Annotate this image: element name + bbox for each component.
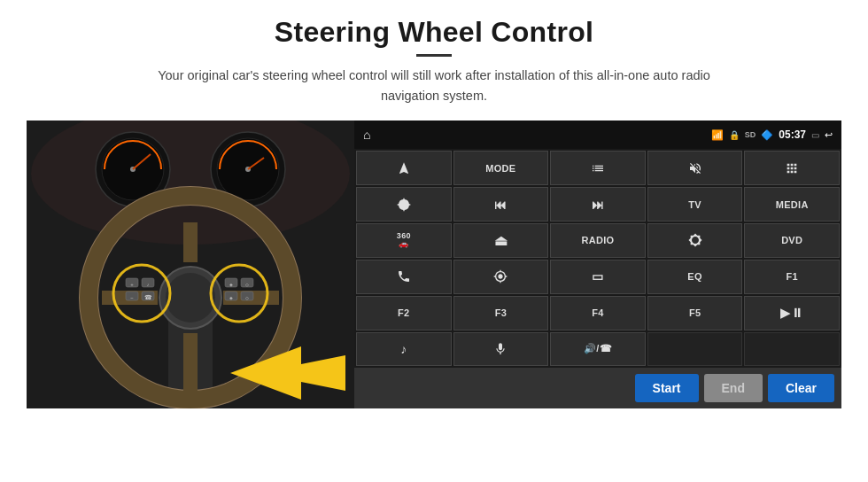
end-button[interactable]: End bbox=[704, 374, 763, 402]
mute-icon bbox=[688, 161, 702, 175]
mode-button[interactable]: MODE bbox=[453, 151, 549, 185]
sd-icon: SD bbox=[745, 130, 756, 139]
settings-button[interactable] bbox=[356, 187, 452, 222]
start-button[interactable]: Start bbox=[635, 374, 699, 402]
action-bar: Start End Clear bbox=[354, 368, 841, 408]
tv-button[interactable]: TV bbox=[647, 187, 743, 222]
gps-icon bbox=[493, 269, 508, 284]
mute-button[interactable] bbox=[647, 151, 743, 185]
list-icon bbox=[591, 161, 605, 175]
bluetooth-icon: 🔷 bbox=[761, 129, 773, 141]
screen-mirror-icon: ▭ bbox=[592, 269, 603, 284]
svg-text:◈: ◈ bbox=[229, 282, 233, 287]
phone-icon bbox=[397, 269, 411, 284]
settings-icon bbox=[397, 198, 411, 212]
mic-button[interactable] bbox=[453, 332, 549, 367]
svg-text:◇: ◇ bbox=[245, 295, 249, 300]
eject-icon: ⏏ bbox=[494, 232, 508, 249]
eject-button[interactable]: ⏏ bbox=[453, 223, 549, 258]
eq-button[interactable]: EQ bbox=[647, 260, 743, 294]
phone-button[interactable] bbox=[356, 260, 452, 294]
radio-button[interactable]: RADIO bbox=[550, 223, 646, 258]
page-wrapper: Steering Wheel Control Your original car… bbox=[0, 0, 868, 482]
f1-button[interactable]: F1 bbox=[744, 260, 840, 294]
title-divider bbox=[416, 54, 452, 57]
next-icon: ⏭ bbox=[592, 198, 604, 212]
svg-text:−: − bbox=[130, 295, 134, 300]
360cam-icon: 360🚗 bbox=[397, 232, 411, 248]
vol-call-button[interactable]: 🔊/☎ bbox=[550, 332, 646, 367]
svg-point-18 bbox=[166, 273, 215, 323]
gps-button[interactable] bbox=[453, 260, 549, 294]
vol-call-icon: 🔊/☎ bbox=[584, 343, 612, 354]
control-panel: ⌂ 📶 🔒 SD 🔷 05:37 ▭ ↩ bbox=[354, 120, 841, 408]
svg-text:◈: ◈ bbox=[229, 295, 233, 300]
nav-button[interactable] bbox=[356, 151, 452, 185]
empty-btn-1 bbox=[647, 332, 743, 367]
wifi-icon: 📶 bbox=[711, 129, 724, 141]
f2-button[interactable]: F2 bbox=[356, 296, 452, 330]
clear-button[interactable]: Clear bbox=[768, 374, 834, 402]
status-bar-left: ⌂ bbox=[363, 128, 370, 142]
brightness-button[interactable] bbox=[647, 223, 743, 258]
lock-icon: 🔒 bbox=[729, 130, 740, 140]
empty-btn-2 bbox=[744, 332, 840, 367]
playpause-icon: ▶⏸ bbox=[780, 306, 803, 320]
360cam-button[interactable]: 360🚗 bbox=[356, 223, 452, 258]
svg-text:☎: ☎ bbox=[144, 294, 152, 300]
mic-icon bbox=[493, 342, 508, 356]
apps-button[interactable] bbox=[744, 151, 840, 185]
back-icon[interactable]: ↩ bbox=[825, 129, 833, 141]
music-button[interactable]: ♪ bbox=[356, 332, 452, 367]
f4-button[interactable]: F4 bbox=[550, 296, 646, 330]
svg-text:+: + bbox=[130, 282, 134, 287]
status-bar-right: 📶 🔒 SD 🔷 05:37 ▭ ↩ bbox=[711, 128, 833, 141]
subtitle-text: Your original car's steering wheel contr… bbox=[133, 66, 735, 106]
prev-button[interactable]: ⏮ bbox=[453, 187, 549, 222]
button-grid: MODE ⏮ ⏭ bbox=[354, 149, 841, 368]
list-button[interactable] bbox=[550, 151, 646, 185]
media-button[interactable]: MEDIA bbox=[744, 187, 840, 222]
prev-icon: ⏮ bbox=[494, 198, 507, 212]
page-title: Steering Wheel Control bbox=[275, 16, 593, 49]
svg-text:◇: ◇ bbox=[245, 282, 249, 287]
home-icon[interactable]: ⌂ bbox=[363, 128, 370, 142]
f3-button[interactable]: F3 bbox=[453, 296, 549, 330]
next-button[interactable]: ⏭ bbox=[550, 187, 646, 222]
playpause-button[interactable]: ▶⏸ bbox=[744, 296, 840, 330]
nav-icon bbox=[397, 161, 411, 175]
status-bar: ⌂ 📶 🔒 SD 🔷 05:37 ▭ ↩ bbox=[354, 120, 841, 149]
time-display: 05:37 bbox=[779, 128, 806, 141]
dvd-button[interactable]: DVD bbox=[744, 223, 840, 258]
brightness-icon bbox=[688, 233, 702, 247]
apps-icon bbox=[785, 161, 799, 175]
f5-button[interactable]: F5 bbox=[647, 296, 743, 330]
content-row: + ♪ − ☎ ◈ ◇ ◈ ◇ bbox=[27, 120, 841, 408]
screen-icon: ▭ bbox=[811, 130, 819, 140]
steering-wheel-image: + ♪ − ☎ ◈ ◇ ◈ ◇ bbox=[27, 120, 354, 408]
screen-mirror-button[interactable]: ▭ bbox=[550, 260, 646, 294]
music-icon: ♪ bbox=[400, 342, 407, 356]
